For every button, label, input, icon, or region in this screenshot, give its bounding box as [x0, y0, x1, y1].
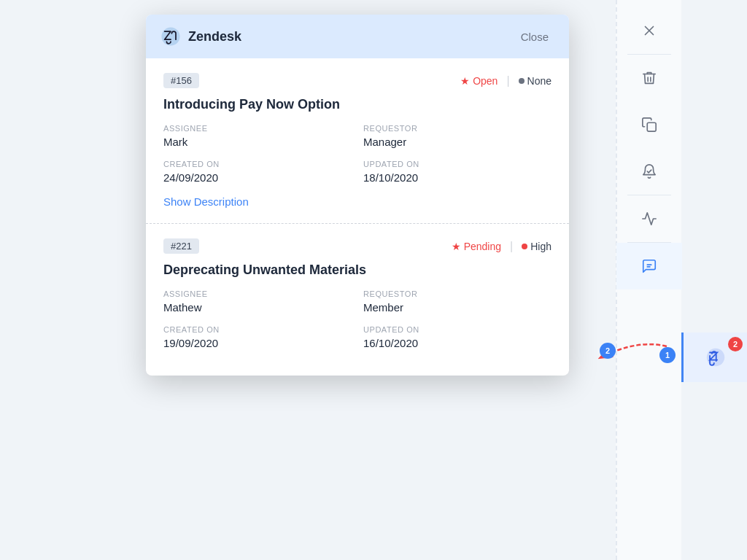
- t2-requestor-value: Member: [363, 301, 551, 314]
- ticket2-assignee: ASSIGNEE Mathew: [163, 289, 352, 314]
- activity-icon: [641, 211, 657, 227]
- tool-panel: [616, 0, 681, 560]
- annotation-badge-2: 2: [600, 343, 616, 359]
- t2-created-value: 19/09/2020: [163, 337, 352, 349]
- ticket2-created: CREATED ON 19/09/2020: [163, 325, 352, 349]
- ticket1-id: #156: [163, 73, 199, 88]
- ticket1-assignee: ASSIGNEE Mark: [163, 124, 352, 148]
- trash-icon: [641, 70, 657, 86]
- priority-dot: [519, 78, 525, 84]
- t2-updated-value: 16/10/2020: [363, 337, 551, 349]
- created-label: CREATED ON: [163, 160, 352, 168]
- updated-value: 18/10/2020: [363, 171, 551, 184]
- ticket2-id: #221: [163, 238, 199, 254]
- modal-title: Zendesk: [188, 29, 241, 44]
- status-divider: |: [506, 74, 509, 88]
- status-divider-2: |: [510, 240, 513, 253]
- updated-label: UPDATED ON: [363, 160, 551, 168]
- requestor-value: Manager: [363, 136, 551, 148]
- zendesk-sidebar-item[interactable]: 2: [681, 332, 747, 382]
- ticket1-header: #156 ★ Open | None: [163, 73, 551, 88]
- activity-button[interactable]: [616, 195, 682, 242]
- copy-button[interactable]: [616, 101, 682, 148]
- ticket-card-1: #156 ★ Open | None Introducing Pay Now O…: [146, 58, 569, 224]
- star-icon-2: ★: [452, 241, 461, 252]
- modal-header: Zendesk Close: [146, 15, 569, 58]
- ticket2-priority: High: [522, 241, 551, 252]
- notification-button[interactable]: [616, 148, 682, 195]
- ticket2-status: ★ Pending | High: [452, 240, 551, 253]
- t2-created-label: CREATED ON: [163, 325, 352, 334]
- close-panel-button[interactable]: [616, 7, 682, 54]
- t2-assignee-label: ASSIGNEE: [163, 289, 352, 298]
- t2-updated-label: UPDATED ON: [363, 325, 551, 334]
- chat-icon: [641, 258, 657, 274]
- modal-close-button[interactable]: Close: [515, 28, 554, 46]
- t2-requestor-label: REQUESTOR: [363, 289, 551, 298]
- t2-assignee-value: Mathew: [163, 301, 352, 314]
- ticket1-title: Introducing Pay Now Option: [163, 97, 551, 112]
- show-description-button[interactable]: Show Description: [163, 195, 249, 208]
- assignee-label: ASSIGNEE: [163, 124, 352, 133]
- created-value: 24/09/2020: [163, 171, 352, 184]
- zendesk-modal: Zendesk Close #156 ★ Open | None Introdu…: [146, 15, 569, 376]
- ticket2-requestor: REQUESTOR Member: [363, 289, 551, 314]
- copy-icon: [641, 117, 657, 133]
- requestor-label: REQUESTOR: [363, 124, 551, 133]
- annotation-badge-1: 1: [659, 347, 676, 363]
- ticket1-updated: UPDATED ON 18/10/2020: [363, 160, 551, 184]
- ticket-card-2: #221 ★ Pending | High Deprecating Unwant…: [146, 224, 569, 376]
- bell-check-icon: [641, 163, 657, 179]
- ticket2-status-label: ★ Pending: [452, 241, 501, 252]
- ticket2-title: Deprecating Unwanted Materials: [163, 262, 551, 278]
- svg-rect-2: [647, 122, 656, 131]
- close-icon: [641, 23, 657, 39]
- delete-button[interactable]: [616, 55, 682, 101]
- priority-dot-2: [522, 244, 527, 249]
- chat-button[interactable]: [616, 243, 682, 289]
- ticket2-header: #221 ★ Pending | High: [163, 238, 551, 254]
- ticket2-updated: UPDATED ON 16/10/2020: [363, 325, 551, 349]
- ticket1-requestor: REQUESTOR Manager: [363, 124, 551, 148]
- ticket2-meta: ASSIGNEE Mathew REQUESTOR Member CREATED…: [163, 289, 551, 349]
- assignee-value: Mark: [163, 136, 352, 148]
- ticket1-status-label: ★ Open: [460, 75, 498, 87]
- ticket1-priority: None: [519, 75, 551, 87]
- zendesk-logo-icon: [703, 344, 729, 370]
- ticket1-status: ★ Open | None: [460, 74, 551, 88]
- modal-header-left: Zendesk: [160, 26, 241, 47]
- zendesk-badge: 2: [728, 337, 743, 351]
- zendesk-logo: [160, 26, 181, 47]
- star-icon: ★: [460, 75, 470, 87]
- ticket1-created: CREATED ON 24/09/2020: [163, 160, 352, 184]
- ticket1-meta: ASSIGNEE Mark REQUESTOR Manager CREATED …: [163, 124, 551, 184]
